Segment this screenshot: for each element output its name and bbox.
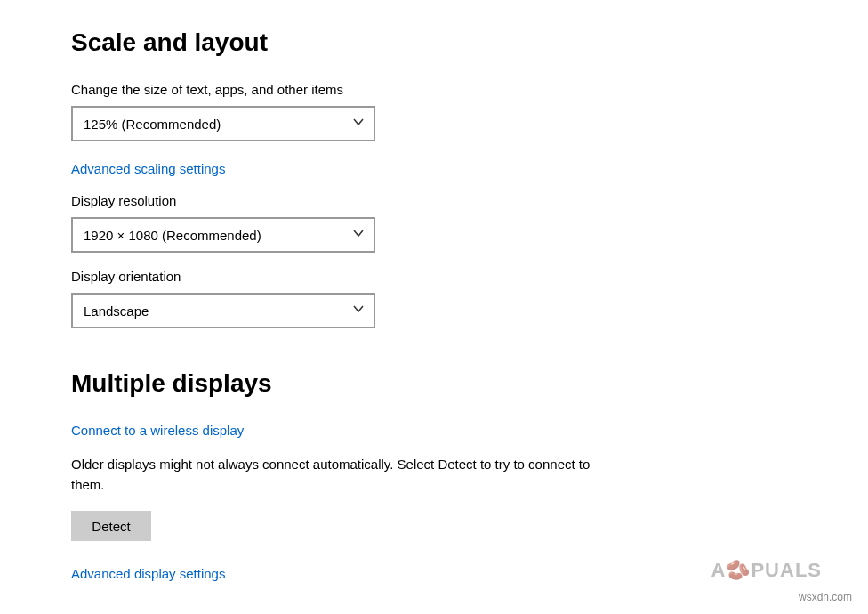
chevron-down-icon	[352, 116, 365, 132]
advanced-display-link[interactable]: Advanced display settings	[71, 566, 225, 581]
resolution-label: Display resolution	[71, 193, 868, 208]
detect-button[interactable]: Detect	[71, 511, 151, 541]
orientation-label: Display orientation	[71, 269, 868, 284]
appuals-logo: A🫘PUALS	[711, 559, 822, 582]
advanced-scaling-link[interactable]: Advanced scaling settings	[71, 161, 225, 176]
orientation-dropdown[interactable]: Landscape	[71, 293, 375, 328]
chevron-down-icon	[352, 303, 365, 319]
scale-label: Change the size of text, apps, and other…	[71, 82, 868, 97]
resolution-dropdown[interactable]: 1920 × 1080 (Recommended)	[71, 217, 375, 253]
display-settings-panel: Scale and layout Change the size of text…	[0, 0, 868, 582]
chevron-down-icon	[352, 227, 365, 243]
orientation-dropdown-value: Landscape	[84, 303, 149, 319]
multiple-displays-heading: Multiple displays	[71, 369, 868, 398]
resolution-dropdown-value: 1920 × 1080 (Recommended)	[84, 228, 261, 243]
connect-wireless-link[interactable]: Connect to a wireless display	[71, 423, 244, 438]
older-displays-text: Older displays might not always connect …	[71, 455, 596, 495]
scale-layout-heading: Scale and layout	[71, 28, 868, 57]
scale-dropdown[interactable]: 125% (Recommended)	[71, 106, 375, 141]
scale-dropdown-value: 125% (Recommended)	[84, 117, 221, 132]
wsxdn-watermark: wsxdn.com	[799, 591, 852, 603]
